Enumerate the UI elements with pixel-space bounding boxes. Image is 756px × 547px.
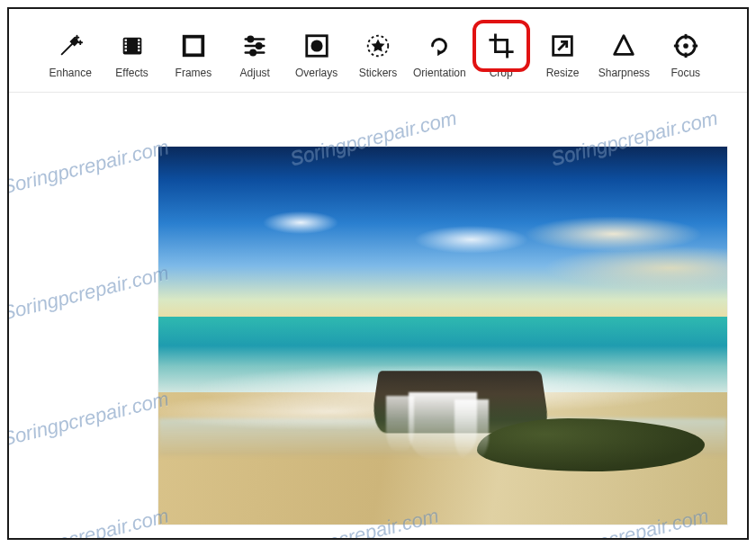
toolbar: Enhance Effects Frames Adjust Overlays — [9, 9, 747, 93]
effects-icon — [119, 29, 146, 63]
svg-rect-7 — [124, 40, 126, 41]
focus-icon — [672, 29, 699, 63]
svg-marker-29 — [615, 36, 634, 55]
tool-crop[interactable]: Crop — [471, 25, 532, 83]
svg-rect-11 — [138, 40, 140, 41]
app-window: Enhance Effects Frames Adjust Overlays — [7, 7, 749, 540]
tool-label: Frames — [176, 67, 212, 79]
svg-rect-14 — [138, 49, 140, 51]
svg-rect-15 — [184, 37, 203, 56]
tool-label: Overlays — [295, 67, 338, 79]
canvas-area: Soringpcrepair.com Soringpcrepair.com So… — [9, 93, 747, 539]
svg-marker-25 — [371, 40, 384, 52]
tool-resize[interactable]: Resize — [532, 25, 593, 83]
svg-rect-8 — [124, 42, 126, 44]
resize-icon — [549, 29, 576, 63]
tool-focus[interactable]: Focus — [655, 25, 716, 83]
tool-adjust[interactable]: Adjust — [224, 25, 285, 83]
tool-label: Resize — [546, 67, 580, 79]
watermark: Soringpcrepair.com — [7, 135, 171, 199]
tool-label: Enhance — [49, 67, 91, 79]
watermark: Soringpcrepair.com — [7, 261, 171, 325]
svg-point-21 — [251, 50, 256, 56]
svg-point-23 — [310, 40, 322, 51]
svg-rect-10 — [124, 49, 126, 51]
frames-icon — [180, 29, 207, 63]
tool-orientation[interactable]: Orientation — [409, 25, 470, 83]
watermark: Soringpcrepair.com — [7, 387, 171, 451]
adjust-icon — [241, 29, 268, 63]
svg-rect-9 — [124, 46, 126, 48]
tool-label: Orientation — [413, 67, 466, 79]
svg-point-31 — [683, 43, 688, 49]
tool-label: Focus — [670, 67, 700, 79]
svg-rect-13 — [138, 46, 140, 48]
tool-effects[interactable]: Effects — [101, 25, 162, 83]
svg-point-20 — [256, 43, 262, 49]
tool-label: Stickers — [359, 67, 398, 79]
image-preview[interactable] — [158, 147, 727, 525]
stickers-icon — [364, 29, 392, 63]
tool-label: Effects — [115, 67, 148, 79]
tool-sharpness[interactable]: Sharpness — [593, 25, 654, 83]
tool-frames[interactable]: Frames — [163, 25, 224, 83]
tool-label: Sharpness — [598, 67, 650, 79]
tool-label: Crop — [490, 67, 513, 79]
svg-line-0 — [62, 42, 74, 54]
orientation-icon — [426, 29, 453, 63]
svg-marker-26 — [437, 49, 443, 57]
enhance-icon — [57, 29, 84, 63]
svg-point-19 — [248, 37, 254, 42]
tool-enhance[interactable]: Enhance — [40, 25, 101, 83]
tool-overlays[interactable]: Overlays — [285, 25, 346, 83]
svg-rect-12 — [138, 42, 140, 44]
watermark: Soringpcrepair.com — [7, 504, 171, 540]
crop-icon — [488, 29, 515, 63]
tool-label: Adjust — [240, 67, 270, 79]
tool-stickers[interactable]: Stickers — [347, 25, 409, 83]
sharpness-icon — [610, 29, 637, 63]
overlays-icon — [303, 29, 330, 63]
